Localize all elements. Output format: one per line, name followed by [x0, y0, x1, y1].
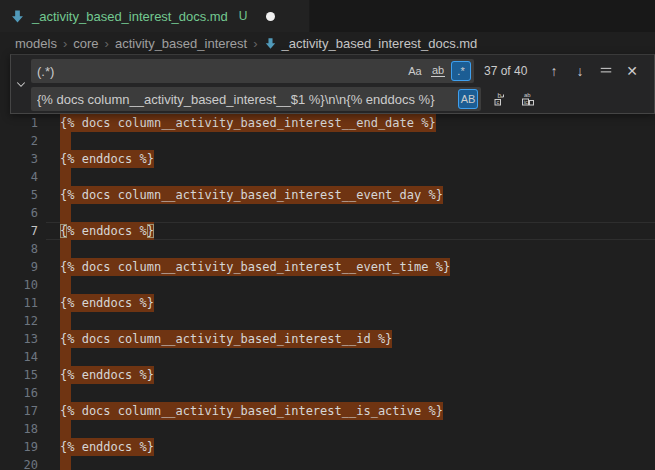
find-match-highlight [60, 456, 71, 470]
find-match-highlight [60, 384, 71, 402]
code-line[interactable]: 14 [0, 348, 655, 366]
line-text: {% enddocs %} [60, 294, 154, 312]
unsaved-changes-dot[interactable] [266, 12, 275, 21]
code-line[interactable]: 20 [0, 456, 655, 470]
markdown-file-icon [264, 37, 277, 50]
code-line[interactable]: 12 [0, 312, 655, 330]
toggle-replace-button[interactable] [11, 55, 31, 113]
next-match-button[interactable]: ↓ [570, 61, 590, 81]
replace-input-container: AB [31, 87, 481, 111]
code-line[interactable]: 5{% docs column__activity_based_interest… [0, 186, 655, 204]
svg-text:c: c [497, 99, 500, 105]
line-number[interactable]: 17 [0, 402, 38, 420]
find-match-highlight: {% enddocs %} [60, 222, 154, 240]
line-number[interactable]: 14 [0, 348, 38, 366]
breadcrumb-core[interactable]: core [73, 36, 98, 51]
line-number[interactable]: 20 [0, 456, 38, 470]
code-line[interactable]: 15{% enddocs %} [0, 366, 655, 384]
line-text [60, 168, 71, 186]
find-match-highlight [60, 132, 71, 150]
svg-text:b: b [498, 92, 502, 99]
line-text [60, 132, 71, 150]
code-line[interactable]: 1{% docs column__activity_based_interest… [0, 114, 655, 132]
find-match-highlight: {% docs column__activity_based_interest_… [60, 402, 443, 420]
line-number[interactable]: 16 [0, 384, 38, 402]
close-icon: ✕ [626, 63, 638, 79]
breadcrumb-separator: › [253, 36, 257, 51]
code-line[interactable]: 4 [0, 168, 655, 186]
line-text [60, 348, 71, 366]
line-number[interactable]: 15 [0, 366, 38, 384]
line-number[interactable]: 13 [0, 330, 38, 348]
find-input[interactable] [31, 64, 405, 79]
line-number[interactable]: 19 [0, 438, 38, 456]
line-number[interactable]: 2 [0, 132, 38, 150]
code-line[interactable]: 6 [0, 204, 655, 222]
line-number[interactable]: 4 [0, 168, 38, 186]
code-line[interactable]: 8 [0, 240, 655, 258]
line-text: {% docs column__activity_based_interest_… [60, 330, 392, 348]
line-number[interactable]: 8 [0, 240, 38, 258]
find-in-selection-button[interactable] [596, 61, 616, 81]
find-match-highlight [60, 420, 71, 438]
line-text: {% enddocs %} [60, 150, 154, 168]
line-number[interactable]: 9 [0, 258, 38, 276]
code-line[interactable]: 7{% enddocs %} [0, 222, 655, 240]
line-number[interactable]: 10 [0, 276, 38, 294]
line-number[interactable]: 11 [0, 294, 38, 312]
code-line[interactable]: 10 [0, 276, 655, 294]
find-match-highlight: {% docs column__activity_based_interest_… [60, 330, 392, 348]
close-find-widget-button[interactable]: ✕ [622, 61, 642, 81]
code-line[interactable]: 11{% enddocs %} [0, 294, 655, 312]
replace-input[interactable] [31, 92, 458, 107]
code-editor[interactable]: 1{% docs column__activity_based_interest… [0, 54, 655, 470]
replace-all-icon: ab ic [520, 91, 536, 107]
line-text [60, 420, 71, 438]
line-number[interactable]: 5 [0, 186, 38, 204]
line-number[interactable]: 18 [0, 420, 38, 438]
breadcrumb-models[interactable]: models [15, 36, 57, 51]
code-line[interactable]: 9{% docs column__activity_based_interest… [0, 258, 655, 276]
whole-word-icon: ab [431, 65, 445, 77]
find-match-highlight [60, 204, 71, 222]
line-number[interactable]: 6 [0, 204, 38, 222]
breadcrumb-separator: › [63, 36, 67, 51]
line-text [60, 384, 71, 402]
line-number[interactable]: 3 [0, 150, 38, 168]
code-line[interactable]: 13{% docs column__activity_based_interes… [0, 330, 655, 348]
previous-match-button[interactable]: ↑ [544, 61, 564, 81]
preserve-case-toggle[interactable]: AB [458, 89, 478, 109]
tab-filename: _activity_based_interest_docs.md [32, 9, 228, 24]
preserve-case-icon: AB [461, 93, 476, 105]
line-number[interactable]: 1 [0, 114, 38, 132]
tab-bar: _activity_based_interest_docs.md U [0, 0, 655, 32]
code-line[interactable]: 19{% enddocs %} [0, 438, 655, 456]
whole-word-toggle[interactable]: ab [428, 61, 448, 81]
breadcrumb-activity-based-interest[interactable]: activity_based_interest [115, 36, 247, 51]
replace-all-button[interactable]: ab ic [518, 89, 538, 109]
tab-activity-based-interest-docs[interactable]: _activity_based_interest_docs.md U [0, 0, 310, 32]
code-line[interactable]: 18 [0, 420, 655, 438]
line-text [60, 276, 71, 294]
match-case-toggle[interactable]: Aa [405, 61, 425, 81]
arrow-up-icon: ↑ [551, 63, 558, 79]
breadcrumb-file-label: _activity_based_interest_docs.md [282, 36, 478, 51]
code-line[interactable]: 3{% enddocs %} [0, 150, 655, 168]
regex-icon: .* [457, 65, 464, 77]
code-line[interactable]: 16 [0, 384, 655, 402]
line-number[interactable]: 7 [0, 222, 38, 240]
find-match-highlight: {% docs column__activity_based_interest_… [60, 186, 443, 204]
line-number[interactable]: 12 [0, 312, 38, 330]
line-text [60, 312, 71, 330]
breadcrumb-file[interactable]: _activity_based_interest_docs.md [264, 36, 478, 51]
find-match-highlight [60, 168, 71, 186]
code-line[interactable]: 2 [0, 132, 655, 150]
chevron-down-icon [15, 78, 27, 90]
regex-toggle[interactable]: .* [451, 61, 471, 81]
svg-text:ic: ic [524, 99, 528, 105]
replace-button[interactable]: b c [490, 89, 510, 109]
find-input-container: Aa ab .* [31, 59, 474, 83]
find-match-highlight: {% enddocs %} [60, 294, 154, 312]
line-text: {% docs column__activity_based_interest_… [60, 258, 450, 276]
code-line[interactable]: 17{% docs column__activity_based_interes… [0, 402, 655, 420]
